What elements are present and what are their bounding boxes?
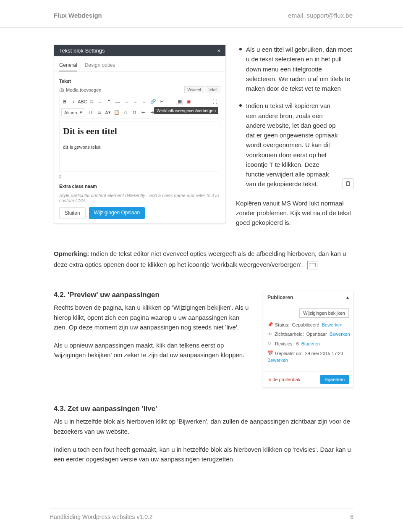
publish-box: Publiceren ▴ Wijzigingen bekijken 📌 Stat…	[263, 291, 353, 388]
align-center-icon[interactable]: ≡	[132, 98, 139, 105]
editor-body-text: dit is gewone tekst	[63, 144, 217, 150]
bullet-list-icon[interactable]: ≣	[88, 98, 95, 105]
outdent-icon[interactable]: ⇤	[140, 109, 147, 116]
tab-general[interactable]: General	[59, 60, 77, 71]
paragraph: Rechts boven de pagina, kan u klikken op…	[54, 303, 254, 332]
view-tabs: Visueel Tekst	[184, 86, 220, 93]
status-line: 📌 Status: Gepubliceerd Bewerken	[267, 322, 349, 327]
editor-body[interactable]: Dit is een titel dit is gewone tekst	[59, 121, 220, 171]
more-icon[interactable]: ⋯	[167, 98, 174, 105]
visibility-label: Zichtbaarheid:	[275, 332, 304, 337]
editor-body-title: Dit is een titel	[63, 126, 217, 137]
link-icon[interactable]: 🔗	[149, 98, 157, 105]
tab-text[interactable]: Tekst	[205, 86, 220, 93]
visibility-value: Openbaar	[306, 332, 327, 337]
revisions-icon: ↻	[267, 341, 272, 346]
clipboard-icon	[343, 178, 353, 189]
status-label: Status:	[275, 322, 289, 327]
strike-icon[interactable]: ABC	[79, 98, 86, 105]
date-edit-line: Bewerken	[267, 358, 349, 363]
media-button[interactable]: Media toevoegen	[59, 87, 101, 92]
tab-visual[interactable]: Visueel	[184, 86, 204, 93]
date-edit-link[interactable]: Bewerken	[267, 358, 288, 363]
revisions-browse-link[interactable]: Bladeren	[301, 341, 320, 346]
brand: Flux Webdesign	[54, 12, 102, 19]
close-icon[interactable]: ×	[217, 47, 220, 54]
note-block: Opmerking: Indien de tekst editor niet e…	[54, 248, 353, 270]
date-line: 📅 Geplaatst op: 29 mei 2015 17:23	[267, 350, 349, 356]
bullet-list: Als u een titel wil gebruiken, dan moet …	[236, 45, 353, 227]
camera-icon	[59, 87, 64, 92]
bullet-dot-icon	[239, 48, 242, 50]
row-editor-bullets: Tekst blok Settings × General Design opt…	[54, 45, 353, 227]
align-right-icon[interactable]: ≡	[141, 98, 148, 105]
align-left-icon[interactable]: ≡	[123, 98, 130, 105]
status-edit-link[interactable]: Bewerken	[322, 322, 343, 327]
publish-header: Publiceren ▴	[263, 291, 353, 304]
textcolor-icon[interactable]: A▾	[105, 109, 112, 116]
preview-changes-button[interactable]: Wijzigingen bekijken	[299, 308, 349, 318]
date-label: Geplaatst op:	[275, 351, 302, 356]
support-email: email. support@flux.be	[288, 12, 353, 19]
toolbar-toggle-icon[interactable]: ▦	[176, 98, 183, 105]
save-button[interactable]: Wijzigingen Opslaan	[89, 207, 145, 219]
format-select[interactable]: Alinea▾	[61, 108, 85, 116]
toolbar-toggle-icon	[307, 261, 317, 269]
heading-4-3: 4.3. Zet uw aanpassingen 'live'	[54, 405, 353, 413]
hr-icon[interactable]: —	[114, 98, 121, 105]
bullet-text: Indien u tekst wil kopiëren van een ande…	[246, 101, 338, 189]
paragraph: Als u opnieuw aanpassingen maakt, klik d…	[54, 340, 254, 360]
label-extra-class: Extra class naam	[59, 184, 220, 189]
update-button[interactable]: Bijwerken	[320, 375, 349, 384]
editor-path: p	[59, 174, 220, 179]
editor-screenshot: Tekst blok Settings × General Design opt…	[54, 45, 226, 224]
revisions-count: 6	[296, 341, 299, 346]
fullscreen-icon[interactable]: ⛶	[211, 98, 218, 105]
editor-tabs: General Design opties	[54, 56, 225, 72]
close-button[interactable]: Sluiten	[59, 207, 86, 219]
after-bullets-text: Kopiëren vanuit MS Word lukt normaal zon…	[236, 198, 353, 228]
status-value: Gepubliceerd	[292, 322, 319, 327]
quote-icon[interactable]: ❝	[105, 98, 113, 105]
heading-4-2: 4.2. 'Preview' uw aanpassingen	[54, 291, 254, 299]
unlink-icon[interactable]: ✂	[158, 98, 165, 105]
section-4-3: 4.3. Zet uw aanpassingen 'live' Als u in…	[54, 405, 353, 464]
tab-design[interactable]: Design opties	[85, 60, 115, 71]
bold-icon[interactable]: B	[61, 98, 68, 105]
editor-toolbar: B I ABC ≣ ≡ ❝ — ≡ ≡ ≡ 🔗 ✂ ⋯ ▦ ▣ ⛶	[59, 96, 220, 119]
justify-icon[interactable]: ≣	[96, 109, 103, 116]
svg-point-1	[61, 90, 63, 91]
visibility-edit-link[interactable]: Bewerken	[330, 332, 350, 337]
collapse-icon[interactable]: ▴	[346, 295, 349, 300]
media-row: Media toevoegen Visueel Tekst	[59, 86, 220, 93]
bullet-item: Als u een titel wil gebruiken, dan moet …	[236, 45, 353, 93]
page-header: Flux Webdesign email. support@flux.be	[0, 0, 403, 28]
trash-link[interactable]: In de prullenbak	[267, 377, 300, 382]
revisions-line: ↻ Revisies: 6 Bladeren	[267, 341, 349, 346]
note-text: Indien de tekst editor niet evenveel opt…	[54, 250, 346, 268]
editor-title: Tekst blok Settings	[59, 47, 105, 54]
page-number: 6	[350, 514, 353, 520]
number-list-icon[interactable]: ≡	[97, 98, 104, 105]
eraser-icon[interactable]: ◇	[122, 109, 129, 116]
bullet-body: Indien u tekst wil kopiëren van een ande…	[246, 101, 353, 189]
paragraph: Als u in hetzelfde blok als hierboven kl…	[54, 416, 353, 436]
special-char-icon[interactable]: Ω	[131, 109, 138, 116]
calendar-icon: 📅	[267, 350, 272, 356]
editor-titlebar: Tekst blok Settings ×	[54, 45, 225, 56]
bullet-item: Indien u tekst wil kopiëren van een ande…	[236, 101, 353, 189]
svg-rect-0	[60, 89, 64, 92]
underline-icon[interactable]: U	[87, 109, 94, 116]
paste-text-icon[interactable]: 📋	[113, 109, 120, 116]
clear-format-icon[interactable]: ▣	[185, 98, 192, 105]
pin-icon: 📌	[267, 322, 272, 327]
page-footer: Handleiding Wordpress websites v1.0.2 6	[50, 508, 353, 520]
paragraph: Indien u toch een fout heeft gemaakt, ka…	[54, 445, 353, 464]
revisions-label: Revisies:	[275, 341, 294, 346]
visibility-line: 👁 Zichtbaarheid: Openbaar Bewerken	[267, 332, 349, 337]
section-4-2: 4.2. 'Preview' uw aanpassingen Rechts bo…	[54, 291, 353, 388]
content: Tekst blok Settings × General Design opt…	[0, 28, 403, 464]
italic-icon[interactable]: I	[70, 98, 77, 105]
label-tekst: Tekst	[59, 79, 220, 84]
media-button-label: Media toevoegen	[66, 87, 101, 92]
